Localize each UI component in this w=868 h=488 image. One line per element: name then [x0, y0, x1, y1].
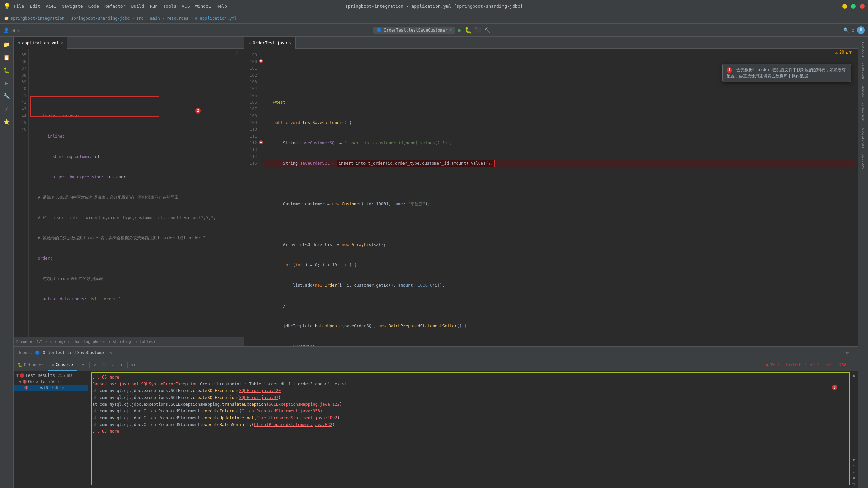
sqlex-mapping-link[interactable]: SQLExceptionsMapping.java:122	[269, 402, 340, 407]
tests-failed-indicator: ● Tests failed: 1 of 1 test – 756 ms	[762, 363, 858, 367]
trash-icon[interactable]: 🗑	[852, 482, 856, 487]
menu-navigate[interactable]: Navigate	[62, 4, 83, 9]
left-sidebar: 📁 📋 🐛 ▶ 🔧 ⚡ ⭐	[0, 37, 14, 488]
maximize-button[interactable]	[851, 4, 856, 9]
sql-exception-link[interactable]: java.sql.SQLSyntaxErrorException	[119, 382, 197, 386]
menu-code[interactable]: Code	[88, 4, 99, 9]
restore-btn[interactable]: ⬇	[109, 361, 117, 369]
console-output[interactable]: ... 66 more Caused by: java.sql.SQLSynta…	[88, 371, 858, 438]
bc-part6[interactable]: ⚙ application.yml	[195, 16, 237, 21]
bc-part4[interactable]: main	[150, 16, 160, 21]
menu-view[interactable]: View	[46, 4, 56, 9]
menu-bar[interactable]: File Edit View Navigate Code Refactor Bu…	[14, 4, 227, 9]
console-line-3: at com.mysql.cj.jdbc.exceptions.SQLError…	[92, 387, 854, 394]
toolbar-forward-btn[interactable]: ▶	[17, 27, 20, 33]
scroll-top-btn[interactable]: ⬆	[118, 361, 125, 369]
tab-icon-java: ☕	[248, 41, 251, 45]
menu-refactor[interactable]: Refactor	[104, 4, 126, 9]
error-circle-icon: ●	[766, 363, 768, 367]
toolbar-back-btn[interactable]: ◀	[12, 27, 15, 33]
stop2-btn[interactable]: ⬛	[100, 361, 108, 369]
sidebar-fav-icon[interactable]: ⭐	[2, 117, 12, 127]
tree-item-orderte[interactable]: ▼ ! OrderTe 756 ms	[14, 379, 88, 385]
badge-2: 2	[161, 100, 201, 121]
debug-run-button[interactable]: 🐛	[465, 26, 472, 34]
run-button[interactable]: ▶	[458, 26, 462, 34]
right-tab-project[interactable]: Project	[860, 39, 867, 59]
console-line-1: ... 66 more	[92, 374, 854, 381]
right-tab-structure[interactable]: Structure	[860, 100, 867, 125]
toolbar-profile-btn[interactable]: 👤	[3, 27, 9, 33]
sidebar-commit-icon[interactable]: 📋	[2, 52, 12, 62]
editor-bottom-bar-yml: Document 1/1 › spring: › shardingsphere:…	[14, 337, 244, 346]
format-btn[interactable]: ≡	[853, 476, 855, 481]
sidebar-run2-icon[interactable]: ▶	[2, 78, 12, 88]
cps-832-link[interactable]: ClientPreparedStatement.java:832	[254, 422, 332, 427]
menu-vcs[interactable]: VCS	[182, 4, 190, 9]
menu-build[interactable]: Build	[131, 4, 144, 9]
menu-tools[interactable]: Tools	[163, 4, 176, 9]
sqlerror-97-link[interactable]: SQLError.java:97	[239, 395, 279, 400]
window-controls[interactable]	[842, 4, 865, 9]
code-area-java[interactable]: 99 100 ● 101 102 103 104 105 106 107 108…	[244, 49, 858, 346]
tab-console[interactable]: ▤ Console	[48, 359, 77, 371]
error-icon-orderte: !	[23, 380, 27, 384]
menu-window[interactable]: Window	[195, 4, 211, 9]
right-tab-favorites[interactable]: Favorites	[860, 126, 867, 150]
cps-1092-link[interactable]: ClientPreparedStatement.java:1092	[256, 415, 337, 420]
scroll-wrap-btn[interactable]: ↕	[853, 464, 855, 468]
scroll-end-btn[interactable]: ⬇	[853, 470, 855, 474]
scroll-down-btn[interactable]: ▼	[852, 457, 855, 462]
tab-close-java[interactable]: ✕	[289, 41, 291, 45]
bc-part1[interactable]: springboot-integration	[11, 16, 64, 21]
filter-btn[interactable]: ≡	[80, 361, 87, 369]
bc-part2[interactable]: springboot-sharding-jdbc	[71, 16, 130, 21]
line-numbers-java: 99 100 ● 101 102 103 104 105 106 107 108…	[244, 49, 259, 346]
sidebar-struct-icon[interactable]: ⚡	[2, 104, 12, 114]
scroll-up-btn[interactable]: ▲	[852, 372, 855, 378]
code-line-108: list.add(new Order(i, i, customer.getId(…	[263, 282, 855, 289]
tab-ordertest-java[interactable]: ☕ OrderTest.java ✕	[244, 37, 296, 49]
menu-edit[interactable]: Edit	[29, 4, 40, 9]
tree-results-label: Test Results	[25, 373, 55, 378]
menu-run[interactable]: Run	[150, 4, 158, 9]
right-tab-coverage[interactable]: Coverage	[860, 152, 867, 174]
collapse-icon: ▼	[849, 49, 852, 56]
tab-close-yml[interactable]: ✕	[61, 41, 63, 45]
console-tab-icon: ▤	[52, 362, 54, 367]
menu-file[interactable]: File	[14, 4, 24, 9]
close-button[interactable]	[860, 4, 865, 9]
search-button[interactable]: 🔍	[843, 27, 849, 33]
sqlerror-120-link[interactable]: SQLError.java:120	[239, 388, 281, 393]
tree-item-tests[interactable]: ! testS 756 ms	[14, 385, 88, 391]
expand-all-btn[interactable]: >>	[130, 361, 137, 369]
bc-part3[interactable]: src	[136, 16, 144, 21]
code-line-40: # 如: insert into t_order(id,order_type,c…	[33, 214, 241, 221]
sidebar-tools-icon[interactable]: 🔧	[2, 91, 12, 101]
run-config-dropdown[interactable]: 🔵 OrderTest.testSaveCustomer ▾	[373, 27, 455, 34]
bc-part5[interactable]: resources	[166, 16, 189, 21]
tree-item-results[interactable]: ▼ ! Test Results 756 ms	[14, 372, 88, 379]
code-line-35: table-strategy:	[33, 113, 241, 119]
sidebar-project-icon[interactable]: 📁	[2, 39, 12, 49]
debug-panel-close[interactable]: ✕	[109, 350, 112, 355]
code-content-yml[interactable]: 2 ✓ table-strategy: inline: sharding-col…	[29, 49, 244, 337]
menu-help[interactable]: Help	[217, 4, 227, 9]
debug-settings-icon[interactable]: ⚙	[846, 350, 849, 355]
rerun-btn[interactable]: ↺	[92, 361, 99, 369]
doc-breadcrumb: Document 1/1 › spring: › shardingsphere:…	[16, 340, 156, 344]
code-content-java[interactable]: ⚠ 20 ▲ ▼ @test public void testSaveCusto…	[259, 49, 858, 346]
minimize-button[interactable]	[842, 4, 847, 9]
cps-953-link[interactable]: ClientPreparedStatement.java:953	[242, 409, 320, 413]
debug-content: ▼ ! Test Results 756 ms ▼ ! OrderTe 756 …	[14, 371, 858, 488]
right-tab-database[interactable]: Database	[860, 60, 867, 82]
tab-application-yml[interactable]: ⚙ application.yml ✕	[14, 37, 67, 49]
stop-button[interactable]: ⬛	[475, 27, 481, 33]
code-line-45	[33, 316, 241, 323]
build-button[interactable]: 🔨	[484, 27, 490, 33]
debug-minimize-icon[interactable]: —	[851, 350, 854, 355]
sidebar-debug2-icon[interactable]: 🐛	[2, 65, 12, 75]
tab-debugger[interactable]: 🐛 Debugger	[14, 359, 48, 371]
code-area-yml[interactable]: 35 36 37 38 39 40 41 42 43 44 45 46	[14, 49, 244, 337]
right-tab-maven[interactable]: Maven	[860, 84, 867, 99]
